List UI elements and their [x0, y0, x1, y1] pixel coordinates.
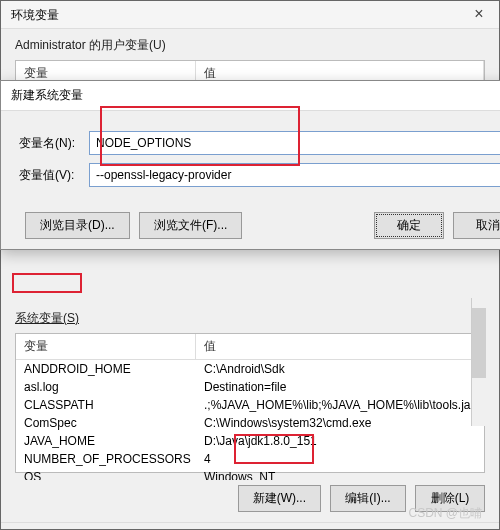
variable-value-input[interactable]	[89, 163, 500, 187]
system-vars-section: 系统变量(S) 变量 值 ANDDROID_HOMEC:\Android\Sdk…	[1, 302, 499, 530]
system-vars-rows: ANDDROID_HOMEC:\Android\Sdkasl.logDestin…	[16, 360, 484, 480]
new-system-variable-dialog: 新建系统变量 变量名(N): 变量值(V): 浏览目录(D)... 浏览文件(F…	[0, 80, 500, 250]
user-vars-label: Administrator 的用户变量(U)	[1, 29, 499, 58]
variable-name-input[interactable]	[89, 131, 500, 155]
new-button[interactable]: 新建(W)...	[238, 485, 321, 512]
table-row[interactable]: NUMBER_OF_PROCESSORS4	[16, 450, 484, 468]
window-title: 环境变量	[11, 8, 59, 22]
system-vars-list[interactable]: 变量 值 ANDDROID_HOMEC:\Android\Sdkasl.logD…	[15, 333, 485, 473]
col-value: 值	[196, 334, 484, 359]
dialog-cancel-button[interactable]: 取消	[453, 212, 500, 239]
browse-file-button[interactable]: 浏览文件(F)...	[139, 212, 242, 239]
system-vars-label-text: 系统变量(S)	[15, 311, 79, 325]
var-value-cell: Windows_NT	[196, 468, 484, 480]
var-name-cell: CLASSPATH	[16, 396, 196, 414]
scrollbar-thumb[interactable]	[472, 308, 486, 378]
variable-name-field-row: 变量名(N):	[1, 125, 500, 157]
delete-button[interactable]: 删除(L)	[415, 485, 485, 512]
col-variable: 变量	[16, 334, 196, 359]
user-vars-label-text: Administrator 的用户变量(U)	[15, 38, 166, 52]
scrollbar[interactable]	[471, 298, 486, 426]
variable-name-label: 变量名(N):	[19, 135, 89, 152]
var-name-cell: NUMBER_OF_PROCESSORS	[16, 450, 196, 468]
var-value-cell: .;%JAVA_HOME%\lib;%JAVA_HOME%\lib\tools.…	[196, 396, 484, 414]
var-value-cell: D:\Java\jdk1.8.0_151	[196, 432, 484, 450]
var-value-cell: C:\Windows\system32\cmd.exe	[196, 414, 484, 432]
var-value-cell: Destination=file	[196, 378, 484, 396]
var-name-cell: JAVA_HOME	[16, 432, 196, 450]
dialog-confirm-row: 确定 取消	[1, 522, 499, 530]
close-icon[interactable]: ×	[459, 1, 499, 29]
edit-button[interactable]: 编辑(I)...	[330, 485, 405, 512]
system-vars-header: 变量 值	[16, 334, 484, 360]
system-vars-label: 系统变量(S)	[1, 302, 499, 331]
dialog-title: 新建系统变量	[1, 81, 500, 111]
var-value-cell: 4	[196, 450, 484, 468]
table-row[interactable]: asl.logDestination=file	[16, 378, 484, 396]
dialog-button-row: 浏览目录(D)... 浏览文件(F)... 确定 取消	[1, 212, 500, 239]
table-row[interactable]: OSWindows_NT	[16, 468, 484, 480]
dialog-ok-button[interactable]: 确定	[374, 212, 444, 239]
table-row[interactable]: JAVA_HOMED:\Java\jdk1.8.0_151	[16, 432, 484, 450]
var-name-cell: OS	[16, 468, 196, 480]
var-name-cell: ANDDROID_HOME	[16, 360, 196, 378]
system-vars-buttons: 新建(W)... 编辑(I)... 删除(L)	[1, 479, 499, 522]
variable-value-label: 变量值(V):	[19, 167, 89, 184]
table-row[interactable]: ANDDROID_HOMEC:\Android\Sdk	[16, 360, 484, 378]
browse-dir-button[interactable]: 浏览目录(D)...	[25, 212, 130, 239]
table-row[interactable]: CLASSPATH.;%JAVA_HOME%\lib;%JAVA_HOME%\l…	[16, 396, 484, 414]
var-name-cell: asl.log	[16, 378, 196, 396]
variable-value-field-row: 变量值(V):	[1, 157, 500, 189]
var-name-cell: ComSpec	[16, 414, 196, 432]
var-value-cell: C:\Android\Sdk	[196, 360, 484, 378]
table-row[interactable]: ComSpecC:\Windows\system32\cmd.exe	[16, 414, 484, 432]
titlebar: 环境变量 ×	[1, 1, 499, 29]
